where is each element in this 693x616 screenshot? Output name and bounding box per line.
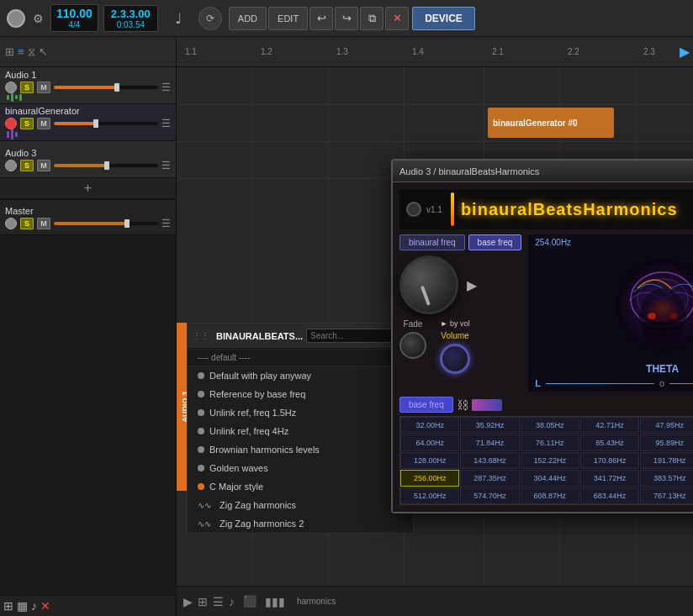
sp-item-7[interactable]: ∿∿ Zig Zag harmonics bbox=[188, 496, 413, 514]
freq-cell-1-0[interactable]: 64.00Hz bbox=[400, 434, 459, 451]
track-audio3-mute[interactable]: M bbox=[37, 160, 50, 171]
track-master-menu[interactable]: ☰ bbox=[161, 218, 171, 229]
track-audio1-fader[interactable] bbox=[54, 86, 158, 89]
volume-knob[interactable] bbox=[440, 344, 470, 374]
track-binaural-power[interactable] bbox=[5, 118, 17, 129]
base-freq-btn[interactable]: base freq bbox=[399, 397, 453, 413]
freq-cell-1-3[interactable]: 85.43Hz bbox=[580, 434, 639, 451]
track-audio3-menu[interactable]: ☰ bbox=[161, 160, 171, 171]
bottom-grid-icon[interactable]: ⊞ bbox=[3, 599, 13, 613]
freq-cell-1-1[interactable]: 71.84Hz bbox=[460, 434, 519, 451]
copy-button[interactable]: ⧉ bbox=[360, 7, 384, 30]
track-master-solo[interactable]: S bbox=[20, 218, 34, 229]
freq-cell-0-3[interactable]: 42.71Hz bbox=[580, 417, 639, 434]
sp-item-8[interactable]: ∿∿ Zig Zag harmonics 2 bbox=[188, 514, 413, 533]
track-audio1-solo[interactable]: S bbox=[20, 82, 34, 93]
freq-cell-2-0[interactable]: 128.00Hz bbox=[400, 452, 459, 469]
freq-cell-1-2[interactable]: 76.11Hz bbox=[521, 434, 579, 451]
track-master-mute[interactable]: M bbox=[37, 218, 50, 229]
power-button[interactable] bbox=[7, 9, 25, 28]
edit-button[interactable]: EDIT bbox=[268, 7, 308, 30]
freq-cell-4-4[interactable]: 767.13Hz bbox=[640, 487, 693, 504]
bottom-list-icon[interactable]: ▦ bbox=[17, 599, 28, 613]
freq-cell-3-2[interactable]: 304.44Hz bbox=[521, 470, 579, 487]
freq-cell-3-1[interactable]: 287.35Hz bbox=[460, 470, 519, 487]
track-audio1: Audio 1 S M ☰ bbox=[0, 67, 176, 104]
link-chain-icon[interactable]: ⛓ bbox=[457, 398, 468, 412]
timeline-right-arrow[interactable]: ▶ bbox=[680, 44, 690, 60]
freq-cell-0-1[interactable]: 35.92Hz bbox=[460, 417, 519, 434]
track-binaural-wave bbox=[5, 129, 171, 140]
undo-button[interactable]: ↩ bbox=[309, 7, 333, 30]
track-audio1-mute[interactable]: M bbox=[37, 82, 50, 93]
freq-cell-2-1[interactable]: 143.68Hz bbox=[460, 452, 519, 469]
sp-item-label-7: Zig Zag harmonics bbox=[220, 500, 296, 510]
link-icon[interactable]: ⚙ bbox=[29, 9, 47, 28]
freq-cell-3-4[interactable]: 383.57Hz bbox=[640, 470, 693, 487]
lr-left-label: L bbox=[535, 378, 541, 388]
freq-cell-0-2[interactable]: 38.05Hz bbox=[521, 417, 579, 434]
redo-button[interactable]: ↪ bbox=[335, 7, 358, 30]
grid-icon[interactable]: ⊞ bbox=[5, 45, 14, 58]
sp-item-5[interactable]: Golden waves bbox=[188, 459, 413, 477]
sp-item-3[interactable]: Unlink ref, freq 4Hz bbox=[188, 422, 413, 440]
track-audio3-solo[interactable]: S bbox=[20, 160, 34, 171]
device-button[interactable]: DEVICE bbox=[412, 7, 475, 30]
fade-knob[interactable] bbox=[399, 332, 426, 359]
freq-cell-4-0[interactable]: 512.00Hz bbox=[400, 487, 459, 504]
sp-item-4[interactable]: Brownian harmonics levels bbox=[188, 440, 413, 459]
freq-cell-1-4[interactable]: 95.89Hz bbox=[640, 434, 693, 451]
bottom-close-icon[interactable]: ✕ bbox=[40, 599, 50, 613]
binaural-clip[interactable]: binauralGenerator #0 bbox=[488, 108, 614, 138]
freq-cell-3-3[interactable]: 341.72Hz bbox=[580, 470, 639, 487]
track-audio1-power[interactable] bbox=[5, 82, 17, 93]
add-track-button[interactable]: + bbox=[0, 178, 176, 198]
track-master-power[interactable] bbox=[5, 218, 17, 229]
loop-button[interactable]: ⟳ bbox=[198, 7, 222, 30]
freq-cell-4-2[interactable]: 608.87Hz bbox=[521, 487, 579, 504]
main-knob[interactable] bbox=[399, 255, 458, 314]
fade-section: Fade bbox=[399, 319, 426, 359]
track-binaural-menu[interactable]: ☰ bbox=[161, 118, 171, 129]
sp-item-0[interactable]: Default with play anyway bbox=[188, 366, 413, 385]
bb-icon1[interactable]: ▶ bbox=[183, 595, 193, 608]
tab-binaural[interactable]: binaural freq bbox=[399, 234, 465, 250]
list-icon[interactable]: ≡ bbox=[18, 45, 24, 58]
freq-cell-4-3[interactable]: 683.44Hz bbox=[580, 487, 639, 504]
add-button[interactable]: ADD bbox=[229, 7, 267, 30]
plugin-power-btn[interactable] bbox=[406, 202, 421, 217]
freq-cell-4-1[interactable]: 574.70Hz bbox=[460, 487, 519, 504]
track-audio1-menu[interactable]: ☰ bbox=[161, 82, 171, 93]
freq-cell-2-2[interactable]: 152.22Hz bbox=[521, 452, 579, 469]
track-binaural-solo[interactable]: S bbox=[20, 118, 34, 129]
track-binaural-mute[interactable]: M bbox=[37, 118, 50, 129]
bb-icon4[interactable]: ♪ bbox=[229, 595, 235, 608]
metronome-icon[interactable]: ♩ bbox=[165, 5, 192, 32]
plugin-version: v1.1 bbox=[426, 205, 442, 214]
lr-mid-label: o bbox=[659, 378, 664, 388]
freq-cell-0-4[interactable]: 47.95Hz bbox=[640, 417, 693, 434]
bb-icon2[interactable]: ⊞ bbox=[198, 595, 208, 608]
bb-icon3[interactable]: ☰ bbox=[213, 595, 224, 608]
track-master-fader[interactable] bbox=[54, 222, 158, 225]
freq-cell-0-0[interactable]: 32.00Hz bbox=[400, 417, 459, 434]
track-audio3-power[interactable] bbox=[5, 160, 17, 171]
filter-icon[interactable]: ⧖ bbox=[28, 45, 35, 59]
bb-orange-icon[interactable]: ⬛ bbox=[243, 595, 257, 608]
close-x-button[interactable]: ✕ bbox=[385, 7, 409, 30]
bb-icon5[interactable]: ▮▮▮ bbox=[265, 595, 285, 608]
freq-cell-2-4[interactable]: 191.78Hz bbox=[640, 452, 693, 469]
sp-item-2[interactable]: Unlink ref, freq 1.5Hz bbox=[188, 403, 413, 422]
bottom-piano-icon[interactable]: ♪ bbox=[31, 599, 37, 613]
knob-right-arrow[interactable]: ▶ bbox=[467, 277, 477, 293]
track-audio3-fader[interactable] bbox=[54, 164, 158, 167]
track-binaural-fader[interactable] bbox=[54, 122, 158, 125]
track-header-bar: ⊞ ≡ ⧖ ↖ bbox=[0, 37, 176, 67]
freq-cell-3-0[interactable]: 256.00Hz bbox=[400, 470, 459, 487]
sp-item-6[interactable]: C Major style bbox=[188, 477, 413, 496]
sp-item-1[interactable]: Reference by base freq bbox=[188, 385, 413, 403]
sp-item-label-5: Golden waves bbox=[209, 463, 268, 473]
freq-cell-2-3[interactable]: 170.86Hz bbox=[580, 452, 639, 469]
tab-base[interactable]: base freq bbox=[468, 234, 522, 250]
cursor-icon[interactable]: ↖ bbox=[39, 45, 48, 58]
